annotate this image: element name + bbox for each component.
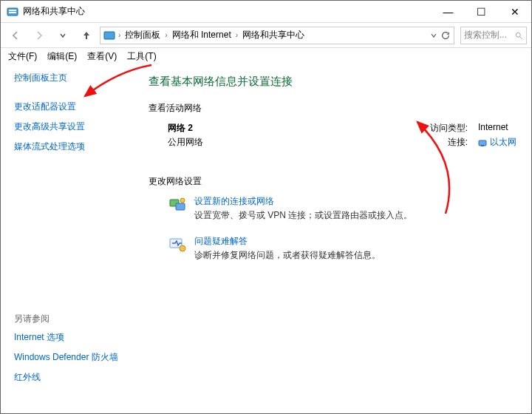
menu-file[interactable]: 文件(F) [8,50,37,63]
chevron-right-icon: › [118,31,120,39]
window-title: 网络和共享中心 [23,5,432,18]
network-name: 网络 2 [168,122,203,135]
svg-rect-3 [104,32,115,39]
svg-point-10 [180,198,185,203]
breadcrumb-item[interactable]: 网络和 Internet [171,29,233,41]
back-button[interactable] [5,26,26,45]
ethernet-icon [478,138,487,147]
connection-label: 连接: [426,136,468,149]
search-input[interactable]: 搜索控制... [460,27,527,44]
sidebar-infrared[interactable]: 红外线 [14,371,134,384]
address-dropdown[interactable] [430,32,437,39]
svg-point-12 [180,245,185,251]
svg-rect-9 [176,203,185,210]
svg-rect-2 [9,12,16,13]
network-wizard-icon [168,195,187,214]
content-area: 控制面板主页 更改适配器设置 更改高级共享设置 媒体流式处理选项 另请参阅 In… [1,64,531,413]
title-bar: 网络和共享中心 — ☐ ✕ [1,1,531,23]
sidebar-advanced-sharing[interactable]: 更改高级共享设置 [14,121,134,133]
active-network-row: 网络 2 公用网络 访问类型: Internet 连接: 以太网 [168,122,516,150]
recent-dropdown[interactable] [52,26,73,45]
chevron-right-icon: › [236,31,238,39]
access-type-label: 访问类型: [426,122,468,135]
task-new-connection-link[interactable]: 设置新的连接或网络 [194,195,412,208]
window-controls: — ☐ ✕ [432,1,531,23]
sidebar-adapter-settings[interactable]: 更改适配器设置 [14,101,134,113]
search-icon [514,31,523,40]
svg-point-4 [516,33,520,37]
breadcrumb-item[interactable]: 网络和共享中心 [241,29,306,41]
menu-view[interactable]: 查看(V) [87,50,117,63]
svg-rect-1 [9,10,16,11]
close-button[interactable]: ✕ [498,1,531,23]
see-also-label: 另请参阅 [14,313,134,325]
main-panel: 查看基本网络信息并设置连接 查看活动网络 网络 2 公用网络 访问类型: Int… [134,64,531,413]
page-heading: 查看基本网络信息并设置连接 [149,75,516,89]
change-settings-label: 更改网络设置 [149,175,516,188]
refresh-button[interactable] [440,30,451,41]
network-category: 公用网络 [168,136,203,149]
menu-bar: 文件(F) 编辑(E) 查看(V) 工具(T) [1,48,531,64]
menu-edit[interactable]: 编辑(E) [47,50,77,63]
minimize-button[interactable]: — [432,1,465,23]
sidebar: 控制面板主页 更改适配器设置 更改高级共享设置 媒体流式处理选项 另请参阅 In… [1,64,134,413]
troubleshoot-icon [168,235,187,254]
breadcrumb-item[interactable]: 控制面板 [123,29,162,41]
task-troubleshoot-desc: 诊断并修复网络问题，或者获得疑难解答信息。 [194,249,381,262]
up-button[interactable] [76,26,97,45]
sidebar-defender-firewall[interactable]: Windows Defender 防火墙 [14,351,134,364]
connection-link[interactable]: 以太网 [478,136,516,149]
active-networks-label: 查看活动网络 [149,102,516,115]
connection-value: 以太网 [490,136,516,149]
task-troubleshoot: 问题疑难解答 诊断并修复网络问题，或者获得疑难解答信息。 [168,235,516,262]
menu-tools[interactable]: 工具(T) [127,50,156,63]
forward-button[interactable] [29,26,50,45]
chevron-right-icon: › [165,31,167,39]
address-icon [103,30,115,41]
svg-rect-6 [479,140,486,146]
task-troubleshoot-link[interactable]: 问题疑难解答 [194,235,381,248]
search-placeholder: 搜索控制... [464,29,507,41]
sidebar-home-link[interactable]: 控制面板主页 [14,72,134,84]
sidebar-internet-options[interactable]: Internet 选项 [14,331,134,344]
task-new-connection-desc: 设置宽带、拨号或 VPN 连接；或设置路由器或接入点。 [194,209,412,222]
maximize-button[interactable]: ☐ [465,1,498,23]
sidebar-media-streaming[interactable]: 媒体流式处理选项 [14,140,134,153]
access-type-value: Internet [478,122,508,135]
svg-line-5 [520,36,522,38]
svg-rect-7 [481,145,484,146]
navigation-bar: › 控制面板 › 网络和 Internet › 网络和共享中心 搜索控制... [1,23,531,48]
app-icon [7,6,18,18]
task-new-connection: 设置新的连接或网络 设置宽带、拨号或 VPN 连接；或设置路由器或接入点。 [168,195,516,222]
address-bar[interactable]: › 控制面板 › 网络和 Internet › 网络和共享中心 [100,27,454,44]
